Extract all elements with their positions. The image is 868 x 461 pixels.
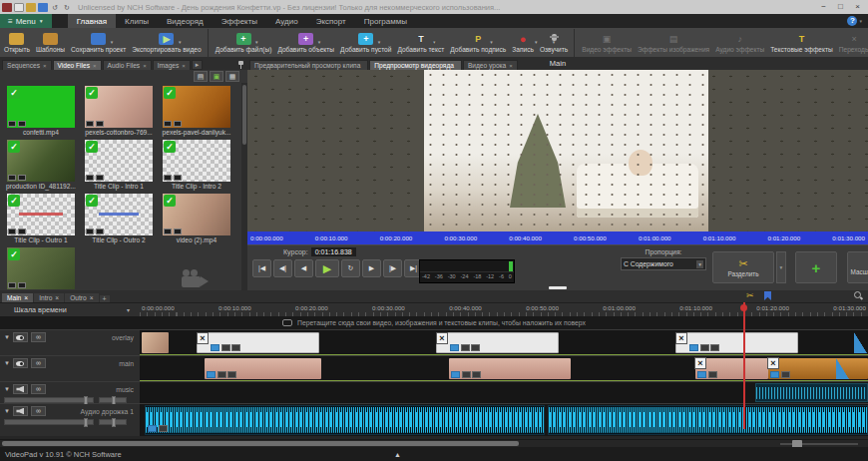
pan-slider[interactable] [99,419,127,425]
play-backward-button[interactable]: ◀ [294,259,313,277]
text-effects-button[interactable]: T Текстовые эффекты [767,29,836,57]
close-icon[interactable]: × [24,294,28,301]
clip-icon[interactable] [472,371,481,378]
timeline-zoom-slider[interactable] [780,443,858,445]
add-objects-button[interactable]: + Добавить объекты [274,29,337,57]
timeline-clip[interactable]: × [675,332,798,353]
menu-tab-clips[interactable]: Клипы [116,14,158,28]
timeline-tab-intro[interactable]: Intro× [34,293,64,302]
bookmark-marker-icon[interactable] [764,291,771,300]
video-effects-button[interactable]: ▣ Видео эффекты [579,29,635,57]
clip-icon[interactable] [462,371,471,378]
timeline-clip[interactable]: × [768,358,868,379]
collapse-icon[interactable]: ▼ [4,386,10,392]
clip-icon[interactable] [461,344,470,351]
tab-sequence-preview[interactable]: Предпросмотр видеоряда [369,60,462,70]
timeline-tab-outro[interactable]: Outro× [65,293,98,302]
audio-effects-button[interactable]: ♪ Аудио эффекты [712,29,767,57]
overlay-drop-zone[interactable]: Перетащите сюда свои видео, изображения … [0,316,868,329]
open-project-icon[interactable] [26,3,36,12]
timeline-tab-main[interactable]: Main× [2,293,33,302]
preview-time-ruler[interactable]: 0:00:00.0000:00:10.0000:00:20.0000:00:30… [247,231,868,244]
tab-clip-preview[interactable]: Предварительный просмотр клипа [249,60,368,70]
clip-icon[interactable] [471,344,480,351]
export-video-button[interactable]: ▶ Экспортировать видео [129,29,208,57]
fx-icon[interactable] [697,371,706,378]
record-button[interactable]: ● Запись [509,29,537,57]
media-tab-audio-files[interactable]: Audio Files× [103,60,152,70]
media-item[interactable]: ✓ pexels-pavel-danilyuk... [160,86,233,137]
close-icon[interactable]: × [43,63,47,69]
transition-icon[interactable]: × [197,332,209,344]
media-tab-images[interactable]: Images× [153,60,191,70]
close-button[interactable]: × [849,0,866,14]
close-icon[interactable]: × [55,294,59,301]
speaker-icon[interactable] [13,384,28,394]
previous-frame-button[interactable]: ◀| [273,259,292,277]
image-effects-button[interactable]: ▤ Эффекты изображения [635,29,712,57]
clip-icon[interactable] [227,371,236,378]
speaker-icon[interactable] [13,406,28,416]
scissors-marker-icon[interactable]: ✂ [746,290,754,301]
collapse-icon[interactable]: ▼ [4,360,10,366]
close-icon[interactable]: × [143,63,147,69]
transition-icon[interactable]: × [436,332,448,344]
new-project-icon[interactable] [14,3,24,12]
clip-icon[interactable] [221,344,230,351]
maximize-button[interactable]: □ [832,0,849,14]
media-item[interactable]: ✓ production ID_481192... [4,140,78,191]
clip-icon[interactable] [708,371,717,378]
timeline-clip[interactable]: × [197,332,319,353]
tab-overflow-button[interactable]: ▸ [192,60,204,70]
add-sequence-tab-button[interactable]: + [100,295,110,302]
list-view-button[interactable]: ▤ [194,71,208,82]
go-to-start-button[interactable]: |◀ [252,259,271,277]
play-forward-button[interactable]: ▶ [362,259,381,277]
audio-clip[interactable] [755,383,868,402]
grid-view-button[interactable]: ▦ [225,71,239,82]
clip-icon[interactable] [159,425,168,432]
clip-icon[interactable] [217,371,226,378]
transition-wedge[interactable] [854,332,867,353]
timeline-hscrollbar[interactable] [0,439,868,447]
menu-tab-effects[interactable]: Эффекты [213,14,266,28]
audio-waveform-clip[interactable] [145,405,545,435]
transitions-button[interactable]: × Переходы [836,29,868,57]
video-preview-area[interactable] [247,70,868,231]
add-text-button[interactable]: T Добавить текст [394,29,447,57]
media-item[interactable]: ✓ video (2).mp4 [160,194,233,244]
add-folder-button[interactable]: ▣ [210,71,223,82]
media-item[interactable]: ✓ pexels-cottonbro-769... [82,86,156,137]
clip-icon[interactable] [231,344,240,351]
transition-icon[interactable]: × [767,357,779,369]
undo-icon[interactable]: ↺ [50,3,60,12]
clip-icon[interactable] [781,371,790,378]
audio-waveform-clip[interactable] [548,405,868,435]
media-item[interactable]: ✓ [4,247,78,290]
visibility-toggle[interactable] [13,332,28,342]
scale-preview-button[interactable]: Масштабировать [847,251,868,283]
menu-tab-sequence[interactable]: Видеоряд [158,14,213,28]
redo-icon[interactable]: ↻ [62,3,72,12]
menu-tab-export[interactable]: Экспорт [307,14,355,28]
media-item[interactable]: ✓ Title Clip - Outro 1 [4,194,78,244]
expand-arrow-icon[interactable]: ▲ [394,451,401,458]
menu-tab-home[interactable]: Главная [68,14,116,28]
collapse-icon[interactable]: ▼ [4,408,10,414]
link-toggle[interactable] [31,384,46,394]
add-caption-button[interactable]: P Добавить подпись [447,29,509,57]
transition-wedge[interactable] [836,358,849,379]
loop-button[interactable]: ↻ [341,259,360,277]
close-icon[interactable]: × [509,63,513,69]
volume-slider[interactable] [4,419,94,425]
timeline-ruler[interactable]: 0:00:00.0000:00:10.0000:00:20.0000:00:30… [140,303,868,316]
media-tab-sequences[interactable]: Sequences× [2,60,52,70]
media-tab-video-files[interactable]: Video Files× [53,60,102,70]
collapse-icon[interactable]: ▼ [4,334,10,340]
save-project-button[interactable]: Сохранить проект [68,29,129,57]
close-icon[interactable]: × [93,63,97,69]
timeline-scale-header[interactable]: Шкала времени ▾ [0,303,140,316]
split-dropdown[interactable]: ▾ [776,251,786,283]
fx-icon[interactable] [689,344,698,351]
close-icon[interactable]: × [182,63,186,69]
